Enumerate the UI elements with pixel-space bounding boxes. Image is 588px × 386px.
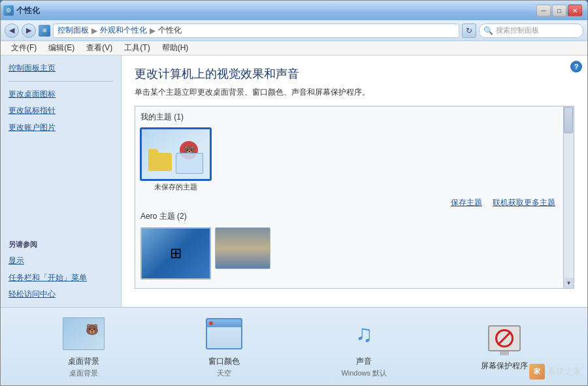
desktop-bg-item[interactable]: 🐻 桌面背景 桌面背景 [48, 315, 120, 378]
menu-tools[interactable]: 工具(T) [119, 41, 155, 55]
sound-item[interactable]: ♫ 声音 Windows 默认 [328, 315, 400, 378]
window-color-preview [206, 318, 242, 349]
menu-bar: 文件(F) 编辑(E) 查看(V) 工具(T) 帮助(H) [1, 41, 587, 56]
also-see-title: 另请参阅 [8, 240, 113, 249]
sidebar-link-taskbar[interactable]: 任务栏和「开始」菜单 [8, 272, 113, 284]
window-color-icon [203, 315, 245, 352]
watermark: 家 系统之家 [529, 364, 581, 379]
breadcrumb-sep1: ▶ [91, 26, 97, 35]
unsaved-preview-bg: 🐻 [142, 129, 210, 179]
aero-thumb-1-bg: ⊞ [142, 229, 210, 278]
sidebar-link-mouse[interactable]: 更改鼠标指针 [8, 105, 113, 117]
content-desc: 单击某个主题立即更改桌面背景、窗口颜色、声音和屏幕保护程序。 [135, 87, 574, 98]
sidebar-link-accessibility[interactable]: 轻松访问中心 [8, 288, 113, 300]
title-bar-left: ⚙ 个性化 [3, 5, 40, 16]
get-more-themes-link[interactable]: 联机获取更多主题 [493, 197, 555, 208]
no-sign-icon [495, 329, 514, 347]
scrollbar-track[interactable]: ▲ ▼ [563, 106, 574, 288]
window-color-sublabel: 天空 [217, 368, 231, 378]
window-color-titlebar [207, 319, 241, 327]
aero-theme-2-preview [215, 227, 270, 269]
content-title: 更改计算机上的视觉效果和声音 [135, 66, 574, 82]
close-button[interactable]: ✕ [568, 5, 582, 16]
aero-thumb-2-bg [216, 228, 270, 268]
sidebar-main-link[interactable]: 控制面板主页 [8, 62, 113, 74]
search-bar[interactable]: 🔍 搜索控制面板 [479, 24, 583, 38]
desktop-bg-icon: 🐻 [63, 315, 105, 352]
screensaver-label: 屏幕保护程序 [481, 361, 528, 372]
unsaved-theme-label: 未保存的主题 [140, 182, 211, 192]
sound-notes-icon: ♫ [355, 320, 373, 347]
sidebar-link-desktop-icon[interactable]: 更改桌面图标 [8, 88, 113, 101]
screensaver-monitor [488, 325, 521, 351]
unsaved-theme[interactable]: 🐻 未保存的主题 [140, 128, 211, 192]
aero-themes-grid: ⊞ [140, 227, 568, 280]
theme-container: ▲ ▼ 我的主题 (1) 🐻 [135, 106, 574, 289]
aero-themes-label: Aero 主题 (2) [140, 211, 568, 222]
sidebar-divider-1 [8, 81, 113, 82]
my-themes-grid: 🐻 未保存的主题 [140, 128, 568, 192]
content-area: ? 更改计算机上的视觉效果和声音 单击某个主题立即更改桌面背景、窗口颜色、声音和… [122, 56, 587, 307]
refresh-button[interactable]: ↻ [462, 24, 476, 38]
aero-theme-1[interactable]: ⊞ [140, 227, 211, 280]
breadcrumb-parent[interactable]: 外观和个性化 [100, 25, 147, 36]
aero-theme-2[interactable] [215, 227, 270, 280]
search-icon: 🔍 [483, 26, 493, 35]
window-color-label: 窗口颜色 [208, 356, 240, 367]
aero-theme-1-preview: ⊞ [140, 227, 211, 280]
minimize-button[interactable]: ─ [536, 5, 551, 16]
desktop-bg-sublabel: 桌面背景 [69, 368, 98, 378]
wc-dot [209, 321, 213, 325]
my-themes-label: 我的主题 (1) [140, 112, 568, 123]
unsaved-theme-preview: 🐻 [140, 128, 211, 180]
scrollbar-thumb[interactable] [564, 107, 573, 133]
menu-edit[interactable]: 编辑(E) [43, 41, 80, 55]
maximize-button[interactable]: □ [552, 5, 566, 16]
main-area: 控制面板主页 更改桌面图标 更改鼠标指针 更改账户图片 另请参阅 显示 任务栏和… [1, 56, 587, 307]
breadcrumb-current: 个性化 [158, 25, 182, 36]
preview-folder [148, 153, 172, 171]
sound-icon-wrap: ♫ [343, 315, 385, 352]
window-color-item[interactable]: 窗口颜色 天空 [188, 315, 260, 378]
sound-sublabel: Windows 默认 [341, 368, 387, 378]
screensaver-icon-wrap [483, 320, 525, 357]
save-theme-link[interactable]: 保存主题 [451, 197, 482, 208]
title-buttons: ─ □ ✕ [536, 5, 582, 16]
menu-view[interactable]: 查看(V) [81, 41, 118, 55]
menu-file[interactable]: 文件(F) [6, 41, 42, 55]
windows-logo: ⊞ [170, 245, 182, 262]
main-window: ⚙ 个性化 ─ □ ✕ ◀ ▶ ⊞ 控制面板 ▶ 外观和个性化 ▶ 个性化 ↻ … [0, 0, 588, 386]
help-icon[interactable]: ? [570, 61, 582, 72]
sidebar-link-account[interactable]: 更改账户图片 [8, 121, 113, 134]
address-icon: ⊞ [39, 25, 50, 37]
sidebar: 控制面板主页 更改桌面图标 更改鼠标指针 更改账户图片 另请参阅 显示 任务栏和… [1, 56, 122, 307]
menu-help[interactable]: 帮助(H) [157, 41, 194, 55]
scrollbar-arrow-down[interactable]: ▼ [563, 278, 574, 288]
desktop-bg-preview: 🐻 [63, 317, 105, 350]
breadcrumb-root[interactable]: 控制面板 [57, 25, 89, 36]
sound-label: 声音 [356, 356, 372, 367]
watermark-text: 系统之家 [547, 366, 581, 378]
address-bar: ◀ ▶ ⊞ 控制面板 ▶ 外观和个性化 ▶ 个性化 ↻ 🔍 搜索控制面板 [1, 20, 587, 41]
forward-button[interactable]: ▶ [22, 24, 36, 38]
bottom-bar: 🐻 桌面背景 桌面背景 窗口颜色 天空 ♫ 声音 W [1, 307, 587, 385]
title-bar: ⚙ 个性化 ─ □ ✕ [1, 1, 587, 20]
window-title: 个性化 [16, 5, 40, 16]
watermark-logo: 家 [529, 364, 545, 379]
desktop-bg-bear: 🐻 [86, 323, 99, 336]
search-placeholder: 搜索控制面板 [496, 25, 539, 35]
breadcrumb-bar: 控制面板 ▶ 外观和个性化 ▶ 个性化 [53, 24, 459, 38]
sidebar-link-display[interactable]: 显示 [8, 255, 113, 267]
back-button[interactable]: ◀ [5, 24, 19, 38]
window-icon: ⚙ [3, 5, 14, 16]
breadcrumb-sep2: ▶ [150, 26, 155, 35]
desktop-bg-label: 桌面背景 [68, 356, 99, 367]
preview-window [176, 153, 203, 174]
theme-links: 保存主题 联机获取更多主题 [140, 197, 568, 208]
